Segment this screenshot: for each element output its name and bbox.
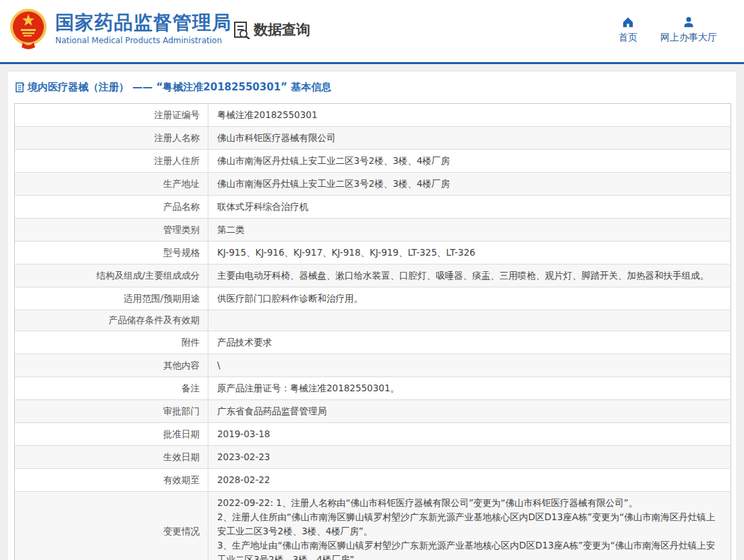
row-value <box>208 310 731 331</box>
nav-home[interactable]: 首页 <box>619 16 637 44</box>
table-row: 变更情况2022-09-22: 1、注册人名称由“佛山市科钜医疗器械有限公司”变… <box>15 492 731 560</box>
row-label: 产品名称 <box>15 196 208 219</box>
person-icon <box>683 16 695 28</box>
logo-text: 国家药品监督管理局 National Medical Products Admi… <box>55 12 231 45</box>
registration-info-table: 注册证编号粤械注准20182550301注册人名称佛山市科钜医疗器械有限公司注册… <box>14 103 731 560</box>
home-icon <box>622 16 634 28</box>
table-row: 型号规格KJ-915、KJ-916、KJ-917、KJ-918、KJ-919、L… <box>15 242 731 264</box>
table-row: 批准日期2019-03-18 <box>15 423 731 446</box>
row-value: 产品技术要求 <box>208 331 731 354</box>
table-row: 产品储存条件及有效期 <box>15 310 731 331</box>
top-header: 国家药品监督管理局 National Medical Products Admi… <box>0 0 744 64</box>
table-row: 注册人名称佛山市科钜医疗器械有限公司 <box>15 127 731 150</box>
site-logo[interactable]: 国家药品监督管理局 National Medical Products Admi… <box>9 7 231 49</box>
data-query-label: 数据查询 <box>254 20 310 39</box>
row-value: 主要由电动牙科椅、器械盘、漱口给水装置、口腔灯、吸唾器、痰盂、三用喷枪、观片灯、… <box>208 264 731 287</box>
top-nav: 首页 网上办事大厅 <box>619 16 717 44</box>
row-value: 第二类 <box>208 219 731 242</box>
row-label: 注册人住所 <box>15 150 208 173</box>
row-value: 佛山市科钜医疗器械有限公司 <box>208 127 731 150</box>
data-query-section[interactable]: 数据查询 <box>233 20 310 39</box>
row-label: 附件 <box>15 331 208 354</box>
row-value: KJ-915、KJ-916、KJ-917、KJ-918、KJ-919、LT-32… <box>208 242 731 264</box>
table-row: 备注原产品注册证号：粤械注准20182550301。 <box>15 377 731 400</box>
row-value: 2022-09-22: 1、注册人名称由“佛山市科钜医疗器械有限公司”变更为“佛… <box>208 492 731 560</box>
table-row: 有效期至2028-02-22 <box>15 469 731 492</box>
table-row: 注册证编号粤械注准20182550301 <box>15 104 731 127</box>
table-row: 其他内容\ <box>15 354 731 377</box>
row-value: 原产品注册证号：粤械注准20182550301。 <box>208 377 731 400</box>
site-subtitle: National Medical Products Administration <box>55 36 231 45</box>
row-value: 2023-02-23 <box>208 446 731 469</box>
nav-online-hall-label: 网上办事大厅 <box>660 32 717 44</box>
row-label: 批准日期 <box>15 423 208 446</box>
table-row: 产品名称联体式牙科综合治疗机 <box>15 196 731 219</box>
table-row: 生效日期2023-02-23 <box>15 446 731 469</box>
china-national-emblem-icon <box>9 7 47 49</box>
info-table-body: 注册证编号粤械注准20182550301注册人名称佛山市科钜医疗器械有限公司注册… <box>15 104 731 560</box>
table-row: 审批部门广东省食品药品监督管理局 <box>15 400 731 423</box>
document-search-icon <box>233 21 251 39</box>
table-row: 适用范围/预期用途供医疗部门口腔科作诊断和治疗用。 <box>15 287 731 310</box>
row-value: 粤械注准20182550301 <box>208 104 731 127</box>
row-value: 供医疗部门口腔科作诊断和治疗用。 <box>208 287 731 310</box>
page-title: 境内医疗器械（注册） —— “粤械注准20182550301” 基本信息 <box>28 81 331 94</box>
nav-online-hall[interactable]: 网上办事大厅 <box>660 16 717 44</box>
row-label: 审批部门 <box>15 400 208 423</box>
row-label: 型号规格 <box>15 242 208 264</box>
site-title: 国家药品监督管理局 <box>55 12 231 34</box>
row-value: 2028-02-22 <box>208 469 731 492</box>
row-value: 2019-03-18 <box>208 423 731 446</box>
row-value: 广东省食品药品监督管理局 <box>208 400 731 423</box>
table-row: 结构及组成/主要组成成分主要由电动牙科椅、器械盘、漱口给水装置、口腔灯、吸唾器、… <box>15 264 731 287</box>
document-icon <box>16 82 25 92</box>
row-label: 注册证编号 <box>15 104 208 127</box>
row-value: 联体式牙科综合治疗机 <box>208 196 731 219</box>
row-label: 生产地址 <box>15 173 208 196</box>
row-label: 注册人名称 <box>15 127 208 150</box>
row-label: 有效期至 <box>15 469 208 492</box>
row-label: 生效日期 <box>15 446 208 469</box>
row-label: 备注 <box>15 377 208 400</box>
row-label: 产品储存条件及有效期 <box>15 310 208 331</box>
table-row: 生产地址佛山市南海区丹灶镇上安工业二区3号2楼、3楼、4楼厂房 <box>15 173 731 196</box>
row-label: 适用范围/预期用途 <box>15 287 208 310</box>
page-title-row: 境内医疗器械（注册） —— “粤械注准20182550301” 基本信息 <box>7 72 737 102</box>
row-value: \ <box>208 354 731 377</box>
content-panel: 境内医疗器械（注册） —— “粤械注准20182550301” 基本信息 注册证… <box>7 71 737 560</box>
row-label: 管理类别 <box>15 219 208 242</box>
table-row: 管理类别第二类 <box>15 219 731 242</box>
row-label: 其他内容 <box>15 354 208 377</box>
nav-home-label: 首页 <box>619 32 637 44</box>
row-value: 佛山市南海区丹灶镇上安工业二区3号2楼、3楼、4楼厂房 <box>208 173 731 196</box>
row-value: 佛山市南海区丹灶镇上安工业二区3号2楼、3楼、4楼厂房 <box>208 150 731 173</box>
row-label: 变更情况 <box>15 492 208 560</box>
table-row: 附件产品技术要求 <box>15 331 731 354</box>
table-row: 注册人住所佛山市南海区丹灶镇上安工业二区3号2楼、3楼、4楼厂房 <box>15 150 731 173</box>
row-label: 结构及组成/主要组成成分 <box>15 264 208 287</box>
